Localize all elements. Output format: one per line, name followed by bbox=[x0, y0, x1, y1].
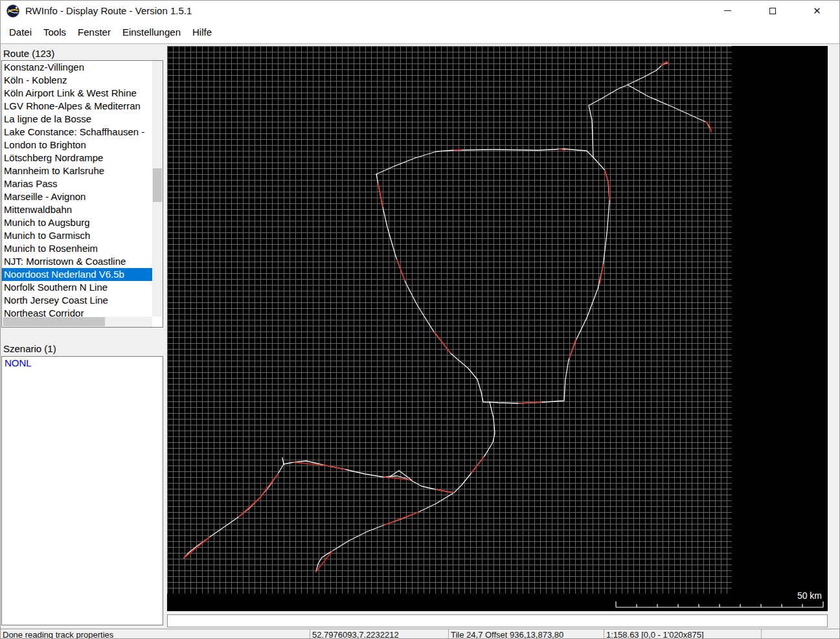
route-list-item[interactable]: NJT: Morristown & Coastline bbox=[2, 255, 152, 268]
route-list-item[interactable]: Konstanz-Villingen bbox=[2, 61, 152, 74]
track-line bbox=[184, 464, 284, 558]
track-line-red bbox=[519, 402, 541, 403]
maximize-button[interactable] bbox=[750, 1, 795, 21]
scale-bar: 50 km bbox=[616, 590, 823, 607]
minimize-icon bbox=[724, 10, 731, 11]
szenario-listbox: NONL bbox=[1, 356, 163, 625]
route-list-item[interactable]: Munich to Garmisch bbox=[2, 229, 152, 242]
route-list-item[interactable]: Mittenwaldbahn bbox=[2, 203, 152, 216]
menu-item-hilfe[interactable]: Hilfe bbox=[187, 21, 218, 43]
track-line-red bbox=[435, 332, 450, 353]
status-section: 1:158.63 [0,0 - 1'020x875] bbox=[604, 629, 762, 639]
track-line bbox=[589, 63, 668, 157]
track-line-red bbox=[569, 339, 576, 358]
route-vertical-scrollbar[interactable] bbox=[152, 61, 163, 317]
track-line-red bbox=[397, 260, 405, 280]
track-line-red bbox=[378, 183, 383, 207]
szenario-list-label: Szenario (1) bbox=[3, 343, 56, 354]
track-line bbox=[282, 458, 454, 493]
route-list: Konstanz-VillingenKöln - KoblenzKöln Air… bbox=[2, 61, 152, 320]
szenario-list: NONL bbox=[2, 357, 163, 370]
track-line bbox=[316, 493, 454, 572]
route-list-item[interactable]: Lötschberg Nordrampe bbox=[2, 151, 152, 164]
route-vertical-scrollbar-thumb[interactable] bbox=[153, 168, 162, 202]
app-icon bbox=[6, 4, 20, 18]
menu-item-datei[interactable]: Datei bbox=[3, 21, 38, 43]
szenario-list-item[interactable]: NONL bbox=[2, 357, 163, 370]
maximize-icon bbox=[769, 8, 776, 14]
route-list-item[interactable]: Marias Pass bbox=[2, 177, 152, 190]
track-line-red bbox=[184, 537, 209, 558]
close-button[interactable]: ✕ bbox=[795, 1, 839, 21]
route-list-item[interactable]: Köln - Koblenz bbox=[2, 74, 152, 87]
track-line bbox=[376, 174, 490, 402]
route-list-item[interactable]: North Jersey Coast Line bbox=[2, 294, 152, 307]
status-section bbox=[762, 629, 839, 639]
minimize-button[interactable] bbox=[705, 1, 750, 21]
status-section: Done reading track properties bbox=[1, 629, 310, 639]
track-line-red bbox=[454, 150, 462, 150]
track-line-red bbox=[605, 170, 609, 200]
track-line bbox=[376, 149, 609, 403]
track-line bbox=[454, 402, 495, 493]
route-list-item[interactable]: Norfolk Southern N Line bbox=[2, 281, 152, 294]
title-bar: RWInfo - Display Route - Version 1.5.1 ✕ bbox=[1, 1, 839, 21]
menubar: DateiToolsFensterEinstellungenHilfe bbox=[1, 21, 839, 44]
route-list-item[interactable]: Mannheim to Karlsruhe bbox=[2, 164, 152, 177]
track-line-red bbox=[384, 512, 418, 525]
route-list-item[interactable]: London to Brighton bbox=[2, 139, 152, 151]
menu-item-einstellungen[interactable]: Einstellungen bbox=[117, 21, 187, 43]
map-canvas[interactable]: 50 km bbox=[167, 46, 828, 611]
track-line-red bbox=[239, 474, 278, 517]
menu-item-tools[interactable]: Tools bbox=[38, 21, 72, 43]
route-list-item[interactable]: Munich to Rosenheim bbox=[2, 242, 152, 255]
route-list-item[interactable]: Lake Constance: Schaffhausen - bbox=[2, 126, 152, 139]
route-list-item[interactable]: Noordoost Nederland V6.5b bbox=[2, 268, 152, 281]
status-section: Tile 24,7 Offset 936,13,873,80 bbox=[449, 629, 604, 639]
route-list-item[interactable]: Marseille - Avignon bbox=[2, 190, 152, 203]
track-line-red bbox=[436, 489, 454, 493]
window-controls: ✕ bbox=[705, 1, 839, 21]
route-list-item[interactable]: LGV Rhone-Alpes & Mediterran bbox=[2, 100, 152, 113]
route-list-item[interactable]: La ligne de la Bosse bbox=[2, 113, 152, 126]
status-bar: Done reading track properties52.7976093,… bbox=[1, 629, 839, 639]
route-list-label: Route (123) bbox=[3, 48, 54, 59]
menu-item-fenster[interactable]: Fenster bbox=[72, 21, 117, 43]
route-listbox: Konstanz-VillingenKöln - KoblenzKöln Air… bbox=[1, 60, 163, 328]
status-section: 52.7976093,7.2232212 bbox=[310, 629, 449, 639]
track-line-red bbox=[316, 551, 332, 572]
route-list-item[interactable]: Köln Airport Link & West Rhine bbox=[2, 87, 152, 100]
route-horizontal-scrollbar[interactable] bbox=[2, 317, 152, 327]
map-bottom-strip bbox=[167, 614, 828, 627]
track-line bbox=[628, 85, 711, 130]
route-list-item[interactable]: Munich to Augsburg bbox=[2, 216, 152, 229]
scale-label: 50 km bbox=[797, 590, 822, 601]
track-line-red bbox=[471, 457, 484, 473]
window-title: RWInfo - Display Route - Version 1.5.1 bbox=[25, 5, 192, 16]
route-track-svg: 50 km bbox=[167, 46, 828, 611]
track-line-red bbox=[600, 265, 603, 284]
app-window: RWInfo - Display Route - Version 1.5.1 ✕… bbox=[0, 0, 840, 639]
track-line-red bbox=[293, 462, 345, 469]
route-horizontal-scrollbar-thumb[interactable] bbox=[3, 317, 105, 326]
track-line-red bbox=[705, 121, 711, 132]
close-icon: ✕ bbox=[813, 6, 821, 16]
